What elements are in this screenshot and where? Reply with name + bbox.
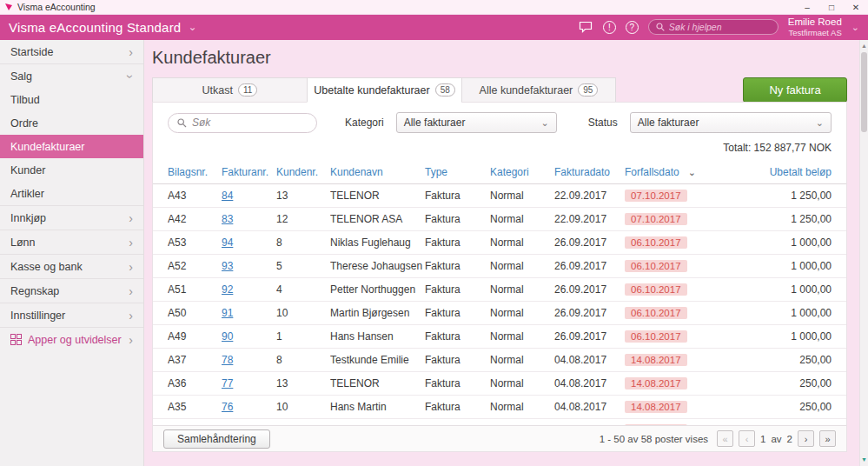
invoice-number-link[interactable]: 78 (222, 354, 233, 366)
table-search (168, 113, 317, 133)
cell-fakturanr: 84 (222, 190, 276, 202)
cell-bilagsnr: A35 (168, 401, 222, 413)
table-row[interactable]: A37 78 8 Testkunde Emilie Faktura Normal… (153, 349, 846, 372)
invoice-number-link[interactable]: 83 (222, 213, 233, 225)
company-name: Testfirmaet AS (788, 29, 842, 38)
tab-alle-kundefakturaer[interactable]: Alle kundefakturaer 95 (461, 77, 616, 103)
sidebar-item-label: Artikler (10, 188, 44, 200)
scrollbar-thumb[interactable] (861, 52, 867, 132)
close-button[interactable]: ✕ (844, 0, 868, 14)
table-row[interactable]: A35 76 10 Hans Martin Faktura Normal 04.… (153, 396, 846, 419)
tabs-row: Utkast 11 Ubetalte kundefakturaer 58 All… (152, 77, 847, 103)
scroll-up-icon[interactable]: ▲ (860, 42, 868, 50)
user-menu-chevron-icon[interactable]: ⌄ (851, 22, 859, 33)
cell-kategori: Normal (490, 260, 554, 272)
invoice-number-link[interactable]: 84 (222, 190, 233, 202)
cell-forfallsdato: 14.08.2017 (625, 354, 712, 366)
next-page-button[interactable]: › (798, 430, 814, 447)
cell-type: Faktura (425, 307, 490, 319)
tab-ubetalte-kundefakturaer[interactable]: Ubetalte kundefakturaer 58 (307, 77, 461, 103)
batch-handling-button[interactable]: Samlehåndtering (163, 429, 270, 449)
sidebar-item-kasse-og-bank[interactable]: Kasse og bank › (0, 255, 143, 278)
table-row[interactable]: A42 83 12 TELENOR ASA Faktura Normal 22.… (153, 208, 846, 231)
user-name: Emilie Roed (788, 17, 842, 28)
invoice-number-link[interactable]: 93 (222, 260, 233, 272)
maximize-button[interactable]: □ (819, 0, 844, 14)
app-menu-chevron-icon[interactable]: ⌄ (188, 21, 196, 33)
column-header-kundenavn[interactable]: Kundenavn (330, 166, 425, 178)
overdue-date-badge: 06.10.2017 (625, 307, 687, 319)
last-page-button[interactable]: » (819, 430, 836, 447)
column-header-type[interactable]: Type (425, 166, 490, 178)
user-menu[interactable]: Emilie Roed Testfirmaet AS (788, 17, 842, 37)
sidebar-item-label: Ordre (10, 117, 38, 130)
cell-kategori: Normal (490, 354, 554, 366)
sidebar: Startside › Salg › Tilbud Ordre Kundefak… (0, 40, 144, 466)
sidebar-item-tilbud[interactable]: Tilbud (0, 88, 143, 111)
cell-kundenr: 13 (276, 190, 330, 202)
category-dropdown[interactable]: Alle fakturaer ⌄ (396, 112, 557, 133)
sort-desc-icon: ⌄ (688, 167, 696, 177)
invoice-number-link[interactable]: 76 (222, 401, 233, 413)
invoice-number-link[interactable]: 91 (222, 307, 233, 319)
invoice-table-body: A43 84 13 TELENOR Faktura Normal 22.09.2… (153, 184, 846, 443)
cell-fakturadato: 26.09.2017 (554, 307, 625, 319)
invoice-number-link[interactable]: 94 (222, 236, 233, 249)
feedback-chat-icon[interactable] (579, 20, 593, 35)
table-row[interactable]: A53 94 8 Niklas Fuglehaug Faktura Normal… (153, 231, 846, 255)
cell-kundenavn: TELENOR ASA (330, 213, 425, 225)
pagination-range-text: 1 - 50 av 58 poster vises (600, 434, 708, 444)
sidebar-item-salg[interactable]: Salg › (0, 64, 143, 88)
sidebar-item-innstillinger[interactable]: Innstillinger › (0, 303, 143, 327)
table-row[interactable]: A49 90 1 Hans Hansen Faktura Normal 26.0… (153, 325, 846, 349)
new-invoice-button[interactable]: Ny faktura (743, 77, 847, 103)
column-header-forfallsdato[interactable]: Forfallsdato⌄ (625, 166, 712, 178)
cell-type: Faktura (425, 213, 490, 225)
sidebar-item-lonn[interactable]: Lønn › (0, 230, 143, 254)
column-header-fakturadato[interactable]: Fakturadato (554, 166, 625, 178)
prev-page-button[interactable]: ‹ (739, 430, 755, 447)
column-header-kategori[interactable]: Kategori (490, 166, 554, 178)
visma-logo-icon (4, 3, 13, 11)
sidebar-item-apper-og-utvidelser[interactable]: Apper og utvidelser › (0, 328, 143, 351)
first-page-button[interactable]: « (717, 430, 733, 447)
sidebar-item-label: Kundefakturaer (10, 141, 84, 153)
table-row[interactable]: A51 92 4 Petter Northuggen Faktura Norma… (153, 278, 846, 302)
sidebar-item-innkjop[interactable]: Innkjøp › (0, 206, 143, 230)
column-header-ubetalt-belop[interactable]: Ubetalt beløp (712, 166, 832, 178)
overdue-date-badge: 06.10.2017 (625, 283, 687, 296)
invoice-number-link[interactable]: 92 (222, 283, 233, 296)
cell-bilagsnr: A36 (168, 377, 222, 389)
invoice-number-link[interactable]: 90 (222, 330, 233, 343)
help-search-input[interactable] (669, 22, 765, 32)
table-row[interactable]: A52 93 5 Therese Johaugsen Faktura Norma… (153, 255, 846, 278)
column-header-kundenr[interactable]: Kundenr. (276, 166, 330, 178)
minimize-button[interactable]: – (795, 0, 819, 14)
invoice-number-link[interactable]: 77 (222, 377, 233, 389)
overdue-date-badge: 06.10.2017 (625, 236, 687, 249)
help-icon[interactable]: ? (626, 21, 639, 34)
sidebar-item-kundefakturaer[interactable]: Kundefakturaer (0, 135, 143, 158)
sidebar-item-regnskap[interactable]: Regnskap › (0, 279, 143, 303)
sidebar-item-kunder[interactable]: Kunder (0, 158, 143, 182)
tab-utkast[interactable]: Utkast 11 (152, 77, 307, 103)
sidebar-item-ordre[interactable]: Ordre (0, 111, 143, 135)
scroll-down-icon[interactable]: ▼ (860, 456, 868, 464)
table-row[interactable]: A36 77 13 TELENOR Faktura Normal 04.08.2… (153, 372, 846, 396)
table-search-input[interactable] (192, 116, 301, 129)
column-header-bilagsnr[interactable]: Bilagsnr. (168, 166, 222, 178)
cell-kategori: Normal (490, 401, 554, 413)
cell-type: Faktura (425, 330, 490, 343)
column-header-fakturanr[interactable]: Fakturanr. (222, 166, 276, 178)
cell-kategori: Normal (490, 307, 554, 319)
notifications-icon[interactable]: ! (603, 21, 616, 34)
cell-bilagsnr: A42 (168, 213, 222, 225)
sidebar-item-startside[interactable]: Startside › (0, 40, 143, 63)
sidebar-item-artikler[interactable]: Artikler (0, 182, 143, 205)
status-dropdown[interactable]: Alle fakturaer ⌄ (630, 112, 832, 133)
cell-kategori: Normal (490, 377, 554, 389)
overdue-date-badge: 14.08.2017 (625, 354, 687, 366)
table-row[interactable]: A50 91 10 Martin Bjørgesen Faktura Norma… (153, 302, 846, 325)
cell-forfallsdato: 06.10.2017 (625, 330, 712, 343)
table-row[interactable]: A43 84 13 TELENOR Faktura Normal 22.09.2… (153, 184, 846, 208)
